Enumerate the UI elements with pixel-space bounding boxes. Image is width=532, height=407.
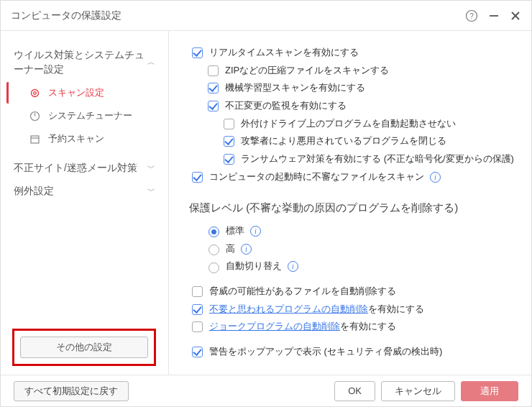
checkbox-attacker-close[interactable]	[224, 136, 234, 147]
checkbox-ml-scan[interactable]	[208, 83, 219, 93]
svg-point-5	[32, 89, 39, 96]
sidebar-item-scheduled-scan[interactable]: 予約スキャン	[6, 128, 162, 150]
window-title: コンピュータの保護設定	[11, 9, 465, 22]
apply-button[interactable]: 適用	[461, 381, 518, 401]
checkbox-zip[interactable]	[208, 65, 219, 76]
checkbox-label: ZIPなどの圧縮ファイルをスキャンする	[225, 62, 389, 80]
radio-standard[interactable]	[208, 227, 219, 237]
section-exceptions[interactable]: 例外設定 ﹀	[1, 180, 168, 203]
checkbox-ransomware[interactable]	[224, 154, 234, 165]
close-icon[interactable]	[510, 10, 521, 22]
section-malicious-site[interactable]: 不正サイト/迷惑メール対策 ﹀	[1, 157, 168, 180]
svg-text:?: ?	[469, 12, 474, 19]
chevron-down-icon: ﹀	[147, 186, 155, 196]
link-pup[interactable]: 不要と思われるプログラムの自動削除	[209, 303, 368, 314]
checkbox-startup-scan[interactable]	[192, 172, 203, 183]
checkbox-external-drive[interactable]	[224, 119, 234, 129]
content-pane: リアルタイムスキャンを有効にする ZIPなどの圧縮ファイルをスキャンする 機械学…	[169, 31, 531, 375]
info-icon[interactable]: i	[241, 244, 252, 255]
section-virus-tuner[interactable]: ウイルス対策とシステムチューナー設定 ︿	[1, 44, 168, 81]
checkbox-pup-delete[interactable]	[192, 304, 203, 315]
checkbox-label: コンピュータの起動時に不審なファイルをスキャン	[209, 168, 424, 186]
sidebar-item-scan-settings[interactable]: スキャン設定	[6, 82, 162, 104]
checkbox-label: リアルタイムスキャンを有効にする	[209, 44, 359, 62]
help-icon[interactable]: ?	[465, 9, 478, 22]
radio-label: 標準	[226, 222, 244, 240]
chevron-down-icon: ﹀	[147, 163, 155, 173]
sidebar-item-system-tuner[interactable]: システムチューナー	[6, 105, 162, 127]
ok-button[interactable]: OK	[334, 381, 375, 401]
protection-level-header: 保護レベル (不審な挙動の原因のプログラムを削除する)	[189, 198, 517, 219]
checkbox-label: 脅威の可能性があるファイルを自動削除する	[209, 283, 396, 301]
settings-icon	[29, 88, 42, 99]
checkbox-label: 外付けドライブ上のプログラムを自動起動させない	[241, 115, 456, 133]
svg-rect-8	[31, 136, 39, 143]
checkbox-joke-delete[interactable]	[192, 321, 203, 332]
chevron-up-icon: ︿	[147, 57, 155, 68]
checkbox-auto-delete-threat[interactable]	[192, 286, 203, 297]
sidebar-item-label: スキャン設定	[48, 86, 104, 99]
other-settings-button[interactable]: その他の設定	[20, 337, 148, 358]
reset-all-button[interactable]: すべて初期設定に戻す	[14, 381, 129, 401]
cancel-button[interactable]: キャンセル	[381, 381, 455, 401]
link-joke[interactable]: ジョークプログラムの自動削除	[209, 321, 340, 331]
checkbox-popup-warning[interactable]	[192, 347, 203, 357]
checkbox-realtime[interactable]	[192, 47, 203, 58]
calendar-icon	[29, 134, 42, 145]
checkbox-label: 警告をポップアップで表示 (セキュリティ脅威の検出時)	[209, 343, 442, 361]
sidebar-item-label: システムチューナー	[48, 109, 132, 122]
svg-point-6	[34, 91, 37, 94]
checkbox-label: ジョークプログラムの自動削除を有効にする	[209, 318, 396, 336]
info-icon[interactable]: i	[250, 226, 261, 237]
tuner-icon	[29, 111, 42, 122]
titlebar: コンピュータの保護設定 ?	[1, 1, 531, 31]
other-settings-highlight: その他の設定	[12, 329, 156, 366]
radio-label: 高	[226, 240, 235, 258]
checkbox-label: 機械学習型スキャンを有効にする	[225, 79, 365, 97]
checkbox-label: 不正変更の監視を有効にする	[225, 97, 347, 115]
footer: すべて初期設定に戻す OK キャンセル 適用	[1, 375, 531, 406]
checkbox-tamper-monitor[interactable]	[208, 101, 219, 111]
sidebar: ウイルス対策とシステムチューナー設定 ︿ スキャン設定 システムチューナー 予約…	[1, 31, 169, 375]
info-icon[interactable]: i	[288, 261, 298, 272]
checkbox-label: 不要と思われるプログラムの自動削除を有効にする	[209, 301, 424, 319]
checkbox-label: 攻撃者により悪用されているプログラムを閉じる	[241, 132, 446, 150]
radio-high[interactable]	[208, 244, 219, 255]
minimize-icon[interactable]	[488, 10, 500, 22]
radio-label: 自動切り替え	[226, 257, 282, 275]
checkbox-label: ランサムウェア対策を有効にする (不正な暗号化/変更からの保護)	[241, 150, 514, 168]
checkbox-row-realtime: リアルタイムスキャンを有効にする	[189, 44, 517, 62]
radio-auto[interactable]	[208, 262, 219, 273]
info-icon[interactable]: i	[430, 172, 441, 183]
sidebar-item-label: 予約スキャン	[48, 132, 104, 145]
